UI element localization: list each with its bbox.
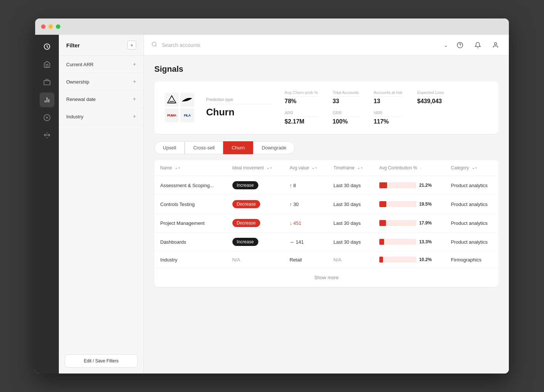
- app-body: Filter + Current ARR + Ownership + Renew…: [35, 35, 509, 374]
- cell-timeframe: N/A: [328, 251, 373, 268]
- sidebar-item-add-icon[interactable]: +: [133, 78, 136, 85]
- sidebar-item-industry[interactable]: Industry +: [59, 108, 144, 125]
- chevron-down-icon[interactable]: ⌄: [444, 42, 448, 48]
- cell-contribution: 10.2%: [373, 251, 445, 268]
- sidebar-item-label: Ownership: [66, 79, 89, 85]
- grr-value: 100%: [333, 118, 359, 125]
- tab-cross-sell[interactable]: Cross-sell: [185, 141, 223, 154]
- table-header-row: Name ▲▼ Ideal movement ▲▼ Avg value ▲▼: [154, 160, 498, 176]
- cell-avg-value: ↑ 30: [283, 195, 328, 214]
- cell-avg-value: ↑ 8: [283, 176, 328, 195]
- cell-category: Product analytics: [445, 233, 498, 251]
- table-row: Project ManagementDecrease↓ 451Last 30 d…: [154, 214, 498, 233]
- metric-group-3: Accounts at risk 13 NRR 117%: [374, 90, 403, 125]
- cell-contribution: 19.5%: [373, 195, 445, 214]
- sidebar-add-button[interactable]: +: [127, 41, 136, 50]
- minimize-button[interactable]: [48, 24, 53, 29]
- total-accounts-value: 33: [333, 98, 359, 105]
- nav-briefcase-icon[interactable]: [40, 75, 54, 89]
- nrr-value: 117%: [374, 118, 403, 125]
- metric-nrr: NRR 117%: [374, 111, 403, 125]
- sidebar-item-label: Current ARR: [66, 62, 94, 67]
- topbar: ⌄: [144, 35, 509, 55]
- sidebar-item-renewal-date[interactable]: Renewal date +: [59, 91, 144, 108]
- brand-logo-adidas: [165, 93, 179, 107]
- table-row: IndustryN/ARetailN/A10.2%Firmographics: [154, 251, 498, 268]
- topbar-right: ⌄: [444, 39, 501, 51]
- sidebar-title: Filter: [66, 42, 80, 48]
- cell-contribution: 21.2%: [373, 176, 445, 195]
- metric-expected-loss: Expected Loss $439,043: [417, 90, 444, 105]
- help-icon[interactable]: [454, 39, 466, 51]
- sort-icons-avg-value: ▲▼: [312, 167, 318, 170]
- svg-rect-1: [44, 81, 50, 85]
- sidebar-header: Filter +: [59, 35, 144, 56]
- avg-churn-label: Avg Churn prob %: [285, 90, 318, 97]
- nav-logo[interactable]: [40, 39, 54, 54]
- cell-avg-value: ↓ 451: [283, 214, 328, 233]
- sidebar: Filter + Current ARR + Ownership + Renew…: [59, 35, 144, 374]
- sidebar-item-current-arr[interactable]: Current ARR +: [59, 56, 144, 73]
- cell-category: Product analytics: [445, 214, 498, 233]
- sidebar-footer: Edit / Save Filters: [59, 348, 144, 374]
- cell-avg-value: Retail: [283, 251, 328, 268]
- cell-contribution: 17.9%: [373, 214, 445, 233]
- cell-movement: Decrease: [226, 214, 284, 233]
- col-header-timeframe[interactable]: Timeframe ▲▼: [328, 160, 373, 176]
- notifications-icon[interactable]: [472, 39, 484, 51]
- tab-upsell[interactable]: Upsell: [154, 141, 185, 154]
- cell-movement: Increase: [226, 233, 284, 251]
- brand-logos: PUMA FILA: [165, 93, 194, 122]
- table-row: Assessment & Scoping...Increase↑ 8Last 3…: [154, 176, 498, 195]
- cell-category: Product analytics: [445, 176, 498, 195]
- nav-play-icon[interactable]: [40, 110, 54, 125]
- sidebar-item-add-icon[interactable]: +: [133, 96, 136, 102]
- svg-marker-6: [46, 116, 48, 119]
- nav-home-icon[interactable]: [40, 57, 54, 72]
- prediction-card: PUMA FILA Prediction type Churn Avg Chur…: [154, 81, 498, 134]
- cell-movement: Decrease: [226, 195, 284, 214]
- search-icon: [151, 41, 157, 49]
- sidebar-item-ownership[interactable]: Ownership +: [59, 73, 144, 91]
- metric-group-2: Total Accounts 33 GRR 100%: [333, 90, 359, 125]
- expected-loss-label: Expected Loss: [417, 90, 444, 97]
- svg-marker-12: [168, 96, 176, 103]
- sidebar-item-add-icon[interactable]: +: [133, 61, 136, 68]
- close-button[interactable]: [41, 24, 46, 29]
- prediction-type-label: Prediction type: [206, 97, 273, 104]
- signals-table: Name ▲▼ Ideal movement ▲▼ Avg value ▲▼: [154, 160, 498, 268]
- cell-timeframe: Last 30 days: [328, 233, 373, 251]
- search-input[interactable]: [162, 42, 439, 48]
- user-icon[interactable]: [490, 39, 501, 51]
- signals-table-wrap: Name ▲▼ Ideal movement ▲▼ Avg value ▲▼: [154, 160, 498, 287]
- sort-icons-timeframe: ▲▼: [357, 167, 363, 170]
- cell-name: Project Management: [154, 214, 226, 233]
- tabs-row: Upsell Cross-sell Churn Downgrade: [154, 141, 498, 154]
- col-header-contribution[interactable]: Avg Contribution % ↓: [373, 160, 445, 176]
- prediction-name: Churn: [206, 107, 273, 118]
- cell-movement: N/A: [226, 251, 284, 268]
- brand-logo-fila: FILA: [180, 108, 194, 122]
- total-accounts-label: Total Accounts: [333, 90, 359, 97]
- movement-badge: Decrease: [232, 219, 260, 227]
- col-header-category[interactable]: Category ▲▼: [445, 160, 498, 176]
- show-more-button[interactable]: Show more: [154, 268, 498, 287]
- accounts-at-risk-label: Accounts at risk: [374, 90, 403, 97]
- nav-chart-icon[interactable]: [40, 92, 54, 107]
- col-header-ideal-movement[interactable]: Ideal movement ▲▼: [226, 160, 284, 176]
- tab-downgrade[interactable]: Downgrade: [253, 141, 295, 154]
- col-header-name[interactable]: Name ▲▼: [154, 160, 226, 176]
- brand-logo-puma: PUMA: [165, 108, 179, 122]
- cell-category: Firmographics: [445, 251, 498, 268]
- col-header-avg-value[interactable]: Avg value ▲▼: [283, 160, 328, 176]
- tab-churn[interactable]: Churn: [223, 141, 253, 154]
- nav-plug-icon[interactable]: [40, 128, 54, 143]
- maximize-button[interactable]: [56, 24, 60, 29]
- edit-filters-button[interactable]: Edit / Save Filters: [65, 354, 138, 368]
- app-window: Filter + Current ARR + Ownership + Renew…: [35, 18, 509, 374]
- sort-icons-movement: ▲▼: [266, 167, 272, 170]
- cell-avg-value: ↔ 141: [283, 233, 328, 251]
- page-title: Signals: [154, 64, 498, 74]
- accounts-at-risk-value: 13: [374, 98, 403, 105]
- sidebar-item-add-icon[interactable]: +: [133, 113, 136, 120]
